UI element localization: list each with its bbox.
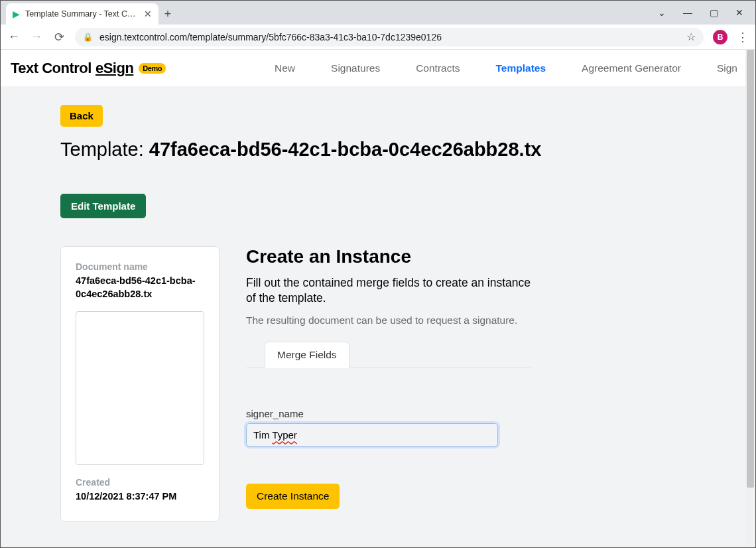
kebab-menu-icon[interactable]: ⋮	[737, 30, 749, 44]
doc-name-label: Document name	[76, 261, 204, 272]
instance-heading: Create an Instance	[246, 246, 531, 267]
lock-icon: 🔒	[83, 33, 93, 42]
browser-tab[interactable]: ▶ Template Summary - Text Contro ✕	[6, 3, 158, 25]
star-icon[interactable]: ☆	[686, 31, 696, 43]
create-instance-button[interactable]: Create Instance	[246, 484, 340, 509]
address-bar: ← → ⟳ 🔒 esign.textcontrol.com/template/s…	[1, 25, 755, 50]
reload-icon[interactable]: ⟳	[52, 30, 66, 44]
nav-agreement-generator[interactable]: Agreement Generator	[582, 62, 681, 74]
url-field[interactable]: 🔒 esign.textcontrol.com/template/summary…	[75, 28, 704, 46]
tab-merge-fields[interactable]: Merge Fields	[265, 342, 349, 368]
page-body: Back Template: 47fa6eca-bd56-42c1-bcba-0…	[1, 86, 745, 541]
page-title-value: 47fa6eca-bd56-42c1-bcba-0c4ec26abb28.tx	[149, 139, 542, 160]
browser-window: ▶ Template Summary - Text Contro ✕ + ⌄ —…	[0, 0, 756, 548]
brand-suffix: eSign	[95, 60, 133, 77]
instance-panel: Create an Instance Fill out the containe…	[246, 246, 531, 509]
close-icon[interactable]: ✕	[144, 9, 152, 19]
close-window-icon[interactable]: ✕	[735, 7, 743, 18]
nav-sign[interactable]: Sign	[717, 62, 737, 74]
input-value-second: Typer	[272, 429, 297, 441]
brand-logo[interactable]: Text Control eSign Demo	[11, 60, 166, 77]
window-controls: ⌄ — ▢ ✕	[658, 1, 755, 25]
url-text: esign.textcontrol.com/template/summary/5…	[99, 32, 680, 42]
avatar[interactable]: B	[713, 30, 727, 44]
new-tab-button[interactable]: +	[158, 3, 177, 25]
page-content: Text Control eSign Demo New Signatures C…	[1, 50, 745, 547]
nav-signatures[interactable]: Signatures	[331, 62, 380, 74]
back-icon[interactable]: ←	[7, 30, 21, 44]
doc-preview	[76, 311, 204, 465]
nav-templates[interactable]: Templates	[496, 62, 546, 74]
nav-contracts[interactable]: Contracts	[416, 62, 460, 74]
page-title: Template: 47fa6eca-bd56-42c1-bcba-0c4ec2…	[60, 139, 686, 161]
tab-title: Template Summary - Text Contro	[25, 9, 139, 19]
doc-created-label: Created	[76, 477, 204, 488]
vertical-scrollbar[interactable]	[745, 50, 755, 547]
signer-name-input[interactable]: Tim Typer	[246, 423, 498, 446]
merge-field-label: signer_name	[246, 408, 531, 419]
maximize-icon[interactable]: ▢	[710, 7, 718, 18]
instance-sub: The resulting document can be used to re…	[246, 314, 531, 328]
document-card: Document name 47fa6eca-bd56-42c1-bcba-0c…	[60, 246, 220, 521]
input-value-first: Tim	[253, 429, 272, 441]
instance-tabs: Merge Fields	[246, 342, 531, 368]
scrollbar-thumb[interactable]	[747, 50, 754, 488]
play-icon: ▶	[13, 9, 20, 19]
two-column-layout: Document name 47fa6eca-bd56-42c1-bcba-0c…	[60, 246, 686, 521]
doc-name-value: 47fa6eca-bd56-42c1-bcba-0c4ec26abb28.tx	[76, 275, 204, 301]
main-nav: New Signatures Contracts Templates Agree…	[275, 62, 681, 74]
forward-icon: →	[30, 30, 43, 44]
brand-prefix: Text Control	[11, 60, 92, 77]
chevron-down-icon[interactable]: ⌄	[658, 7, 666, 18]
nav-new[interactable]: New	[275, 62, 295, 74]
viewport: Text Control eSign Demo New Signatures C…	[1, 50, 755, 547]
instance-lead: Fill out the contained merge fields to c…	[246, 275, 531, 306]
back-button[interactable]: Back	[60, 105, 103, 127]
doc-created-value: 10/12/2021 8:37:47 PM	[76, 490, 204, 504]
page-title-prefix: Template:	[60, 139, 149, 160]
minimize-icon[interactable]: —	[683, 7, 692, 18]
edit-template-button[interactable]: Edit Template	[60, 194, 146, 218]
site-header: Text Control eSign Demo New Signatures C…	[1, 50, 745, 86]
demo-badge: Demo	[139, 63, 166, 74]
tab-strip: ▶ Template Summary - Text Contro ✕ + ⌄ —…	[1, 1, 755, 25]
